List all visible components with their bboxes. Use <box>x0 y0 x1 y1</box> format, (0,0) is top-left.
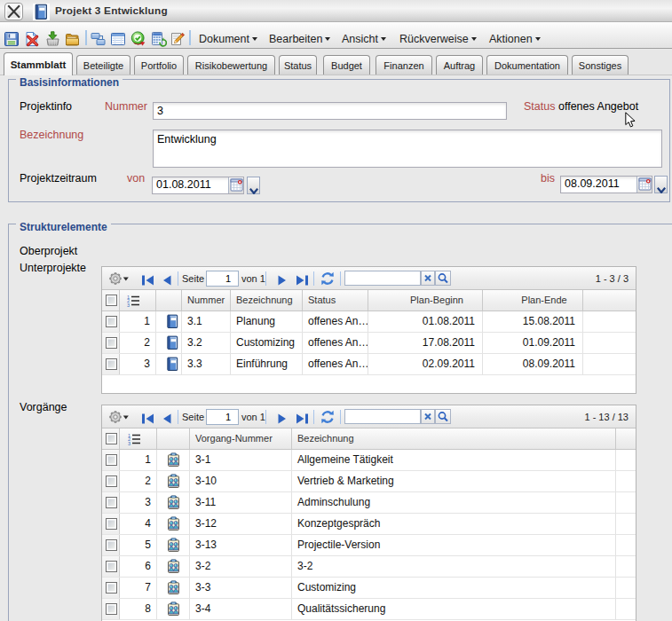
svg-text:3: 3 <box>128 441 130 446</box>
svg-text:3: 3 <box>127 303 130 308</box>
